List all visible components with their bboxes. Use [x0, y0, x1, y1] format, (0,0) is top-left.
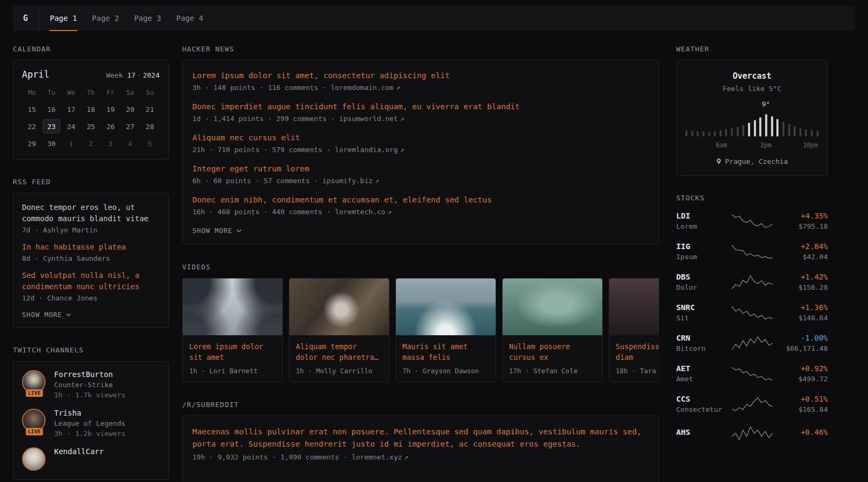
external-link-icon: ↗: [396, 84, 400, 92]
video-card: Lorem ipsum dolor sit amet consectetu… 1…: [182, 278, 283, 382]
stock-row[interactable]: LDI Lorem +4.35% $795.18: [676, 206, 828, 236]
stock-symbol: AHS: [676, 428, 725, 436]
rss-item-title[interactable]: In hac habitasse platea: [22, 242, 160, 253]
tab-page-1[interactable]: Page 1: [50, 5, 77, 31]
hn-item-meta: 1d · 1,414 points · 299 comments · ipsum…: [192, 115, 649, 123]
stock-id: IIG Ipsum: [676, 242, 725, 261]
video-title[interactable]: Aliquam tempor dolor nec pharetra…: [296, 341, 383, 363]
video-title[interactable]: Suspendisse euismod diam: [616, 341, 659, 363]
twitch-heading: TWITCH CHANNELS: [13, 346, 169, 354]
stock-sparkline: [731, 425, 773, 441]
channel-info: ForrestBurton Counter-Strike 1h · 1.7k v…: [54, 370, 125, 399]
tab-page-3[interactable]: Page 3: [134, 5, 161, 31]
hn-meta-text: 3h · 148 points · 116 comments ·: [192, 84, 326, 92]
hn-domain-link[interactable]: ipsumworld.net: [339, 115, 398, 123]
video-thumbnail[interactable]: [609, 278, 659, 335]
hn-domain-link[interactable]: ipsumify.biz: [323, 177, 373, 185]
stock-row[interactable]: DBS Dolor +1.42% $156.28: [676, 267, 828, 297]
calendar-day: 30: [42, 137, 62, 150]
live-badge: LIVE: [26, 428, 43, 435]
stock-change: +2.84%: [779, 242, 828, 251]
avatar-wrap: LIVE: [22, 409, 47, 432]
channel-name[interactable]: Trisha: [54, 409, 125, 417]
hn-item-title[interactable]: Aliquam nec cursus elit: [192, 132, 649, 144]
tab-page-2[interactable]: Page 2: [92, 5, 119, 31]
video-title[interactable]: Lorem ipsum dolor sit amet consectetu…: [189, 341, 276, 363]
video-body: Suspendisse euismod diam 18h · Tara: [609, 335, 659, 382]
weekday-label: We: [61, 89, 81, 96]
stock-id: DBS Dolor: [676, 273, 725, 291]
stock-price: $148.64: [779, 314, 828, 322]
hn-item-title[interactable]: Lorem ipsum dolor sit amet, consectetur …: [192, 70, 649, 81]
channel-name[interactable]: ForrestBurton: [54, 370, 125, 379]
weekday-label: Fr: [101, 89, 121, 96]
calendar-grid: 15 16 17 18 19 20 21 22 23 24 25 26 27 2…: [22, 102, 160, 150]
channel-name[interactable]: KendallCarr: [54, 447, 104, 456]
video-thumbnail[interactable]: [396, 278, 496, 335]
time-label: 2pm: [760, 141, 772, 149]
subreddit-post-title[interactable]: Maecenas mollis pulvinar erat non posuer…: [192, 426, 649, 450]
channel-avatar[interactable]: [22, 447, 46, 471]
stock-sparkline: [731, 213, 773, 229]
external-link-icon: ↗: [404, 453, 408, 461]
hn-show-more-button[interactable]: SHOW MORE: [192, 227, 242, 235]
calendar-heading: CALENDAR: [13, 45, 169, 53]
hn-domain-link[interactable]: loremdomain.com: [331, 84, 393, 92]
stock-id: CRN Bitcorn: [676, 334, 725, 352]
calendar-day: 28: [140, 119, 160, 133]
stock-change: +0.46%: [779, 428, 828, 436]
stock-price: $499.72: [779, 375, 828, 383]
stock-row[interactable]: AHS +0.46%: [676, 419, 828, 447]
videos-widget: VIDEOS Lorem ipsum dolor sit amet consec…: [182, 263, 659, 382]
video-thumbnail[interactable]: [183, 278, 282, 335]
rss-card: Donec tempor eros leo, ut commodo mauris…: [13, 193, 169, 328]
external-link-icon: ↗: [387, 208, 392, 216]
stock-row[interactable]: AET Amet +0.92% $499.72: [676, 358, 828, 389]
video-card: Mauris sit amet massa felis 7h · Grayson…: [395, 278, 496, 382]
tab-page-4[interactable]: Page 4: [176, 5, 204, 31]
rss-item-title[interactable]: Donec tempor eros leo, ut commodo mauris…: [22, 202, 160, 224]
stock-row[interactable]: CCS Consectetur +0.51% $165.84: [676, 389, 828, 419]
video-meta: 1h · Lori Barnett: [189, 367, 276, 375]
video-meta: 7h · Grayson Dawson: [402, 367, 489, 375]
hn-item: Integer eget rutrum lorem 6h · 60 points…: [192, 163, 649, 185]
stock-symbol: LDI: [676, 212, 725, 220]
calendar-day: 15: [22, 102, 42, 116]
stock-symbol: IIG: [676, 242, 725, 251]
time-label: 10pm: [803, 141, 818, 149]
weather-location-row: Prague, Czechia: [685, 157, 819, 165]
video-body: Aliquam tempor dolor nec pharetra… 1h · …: [289, 335, 389, 382]
stock-values: +0.46%: [779, 428, 828, 439]
video-title[interactable]: Nullam posuere cursus ex: [509, 341, 596, 363]
video-thumbnail[interactable]: [503, 278, 602, 335]
hn-domain-link[interactable]: loremtech.co: [335, 208, 385, 216]
app-logo[interactable]: G: [13, 5, 39, 31]
hn-item-meta: 21h · 710 points · 579 comments · loreml…: [192, 146, 649, 154]
stock-values: -1.00% $66,171.48: [779, 334, 828, 352]
stock-id: AHS: [676, 428, 725, 439]
weather-feels-like: Feels like 5°C: [685, 85, 819, 93]
subreddit-meta-text: 19h · 9,932 points · 1,090 comments ·: [192, 453, 348, 461]
hn-domain-link[interactable]: loremlandia.org: [335, 146, 398, 154]
video-card: Aliquam tempor dolor nec pharetra… 1h · …: [289, 278, 390, 382]
hacker-news-card: Lorem ipsum dolor sit amet, consectetur …: [182, 60, 659, 245]
external-link-icon: ↗: [400, 146, 405, 154]
content-columns: CALENDAR April Week 17·2024 Mo Tu We Th …: [13, 45, 855, 482]
subreddit-domain-link[interactable]: loremnet.xyz: [351, 453, 402, 461]
rss-item-meta: 12d · Chance Jones: [22, 294, 160, 302]
hn-item-title[interactable]: Donec imperdiet augue tincidunt felis al…: [192, 101, 649, 112]
hn-item-title[interactable]: Integer eget rutrum lorem: [192, 163, 649, 175]
rss-heading: RSS FEED: [13, 178, 169, 186]
hn-item-title[interactable]: Donec enim nibh, condimentum et accumsan…: [192, 194, 649, 206]
chevron-down-icon: [236, 229, 242, 232]
rss-show-more-button[interactable]: SHOW MORE: [22, 311, 71, 319]
video-title[interactable]: Mauris sit amet massa felis: [402, 341, 489, 363]
stock-name: Sit: [676, 314, 725, 322]
rss-item-title[interactable]: Sed volutpat nulla nisl, a condimentum n…: [22, 270, 160, 292]
stock-row[interactable]: SNRC Sit +1.36% $148.64: [676, 297, 828, 328]
time-label: 6am: [716, 141, 727, 149]
left-column: CALENDAR April Week 17·2024 Mo Tu We Th …: [13, 45, 169, 480]
stock-row[interactable]: IIG Ipsum +2.84% $42.04: [676, 236, 828, 267]
stock-row[interactable]: CRN Bitcorn -1.00% $66,171.48: [676, 328, 828, 358]
video-thumbnail[interactable]: [289, 278, 389, 335]
